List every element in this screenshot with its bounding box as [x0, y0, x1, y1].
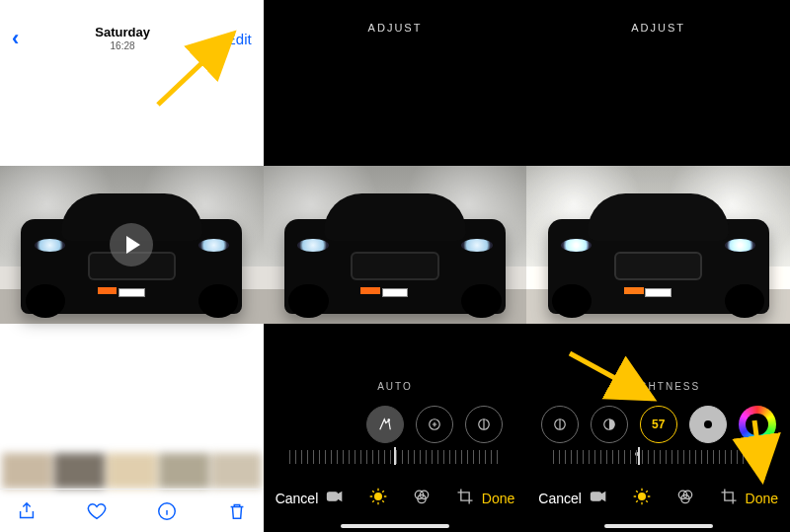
editor-bottom-bar: Cancel Done: [264, 479, 527, 518]
dial-brightness-value[interactable]: 57: [640, 406, 677, 443]
mode-crop-icon[interactable]: [455, 487, 475, 510]
svg-point-6: [375, 494, 382, 500]
mode-crop-icon[interactable]: [719, 487, 739, 510]
adjust-dials[interactable]: [264, 401, 527, 448]
cancel-button[interactable]: Cancel: [276, 491, 319, 506]
svg-line-17: [570, 353, 653, 399]
title-day: Saturday: [95, 26, 150, 39]
video-preview[interactable]: [0, 166, 264, 324]
editor-title: ADJUST: [264, 0, 527, 55]
adjust-name: AUTO: [264, 381, 527, 392]
navbar: ‹ Saturday 16:28 Edit: [0, 22, 264, 55]
dial-highlights-icon[interactable]: [591, 406, 628, 443]
dial-brilliance-icon[interactable]: [465, 406, 503, 443]
home-indicator: [341, 524, 449, 528]
mode-filters-icon[interactable]: [675, 487, 695, 510]
svg-rect-12: [591, 493, 600, 500]
cancel-button[interactable]: Cancel: [538, 491, 582, 506]
preview-image[interactable]: [264, 166, 527, 324]
done-button[interactable]: Done: [746, 491, 778, 506]
mode-adjust-icon[interactable]: [632, 487, 652, 510]
svg-point-2: [388, 419, 390, 421]
editor-screen-brightness: ADJUST BRIGHTNESS 57: [526, 0, 790, 532]
bottom-toolbar: [0, 489, 264, 532]
mode-filters-icon[interactable]: [412, 487, 432, 510]
done-button[interactable]: Done: [482, 491, 514, 506]
photos-viewer-screen: ‹ Saturday 16:28 Edit: [0, 0, 264, 532]
editor-screen-auto: ADJUST AUTO C: [264, 0, 527, 532]
preview-image[interactable]: [526, 166, 790, 324]
dial-brilliance-icon[interactable]: [541, 406, 579, 443]
dial-exposure-icon[interactable]: [416, 406, 453, 443]
share-icon[interactable]: [16, 500, 38, 522]
favorite-heart-icon[interactable]: [86, 500, 108, 522]
mode-adjust-icon[interactable]: [368, 487, 388, 510]
mode-video-icon[interactable]: [325, 487, 345, 510]
title-time: 16:28: [95, 40, 150, 51]
back-chevron-icon[interactable]: ‹: [12, 28, 19, 49]
dial-auto-icon[interactable]: [366, 406, 404, 443]
dial-blackpoint-icon[interactable]: [689, 406, 727, 443]
trash-icon[interactable]: [226, 500, 248, 522]
svg-point-13: [638, 494, 645, 500]
play-icon[interactable]: [110, 223, 153, 266]
info-icon[interactable]: [156, 500, 178, 522]
home-indicator: [604, 524, 713, 528]
value-slider[interactable]: [289, 450, 500, 464]
edit-button[interactable]: Edit: [226, 31, 252, 47]
editor-title: ADJUST: [526, 0, 790, 55]
dial-saturation-icon[interactable]: [739, 406, 776, 443]
mode-video-icon[interactable]: [589, 487, 608, 510]
filmstrip-thumbnails[interactable]: [0, 453, 264, 489]
value-slider[interactable]: [553, 450, 763, 464]
editor-bottom-bar: Cancel Done: [526, 479, 790, 518]
adjust-dials[interactable]: 57: [526, 401, 790, 448]
page-title: Saturday 16:28: [95, 26, 150, 50]
adjust-name: BRIGHTNESS: [526, 381, 790, 392]
svg-rect-5: [328, 493, 338, 500]
